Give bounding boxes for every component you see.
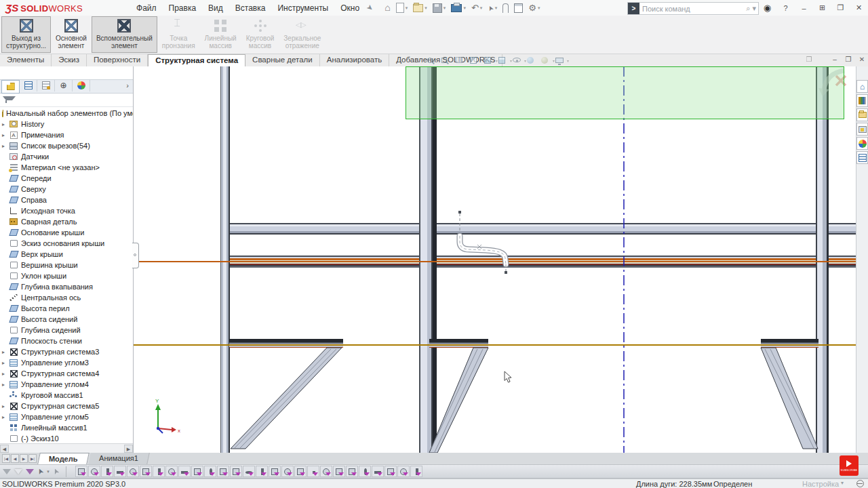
tree-item[interactable]: ▸ Сверху [0,184,133,195]
selection-filter-icon[interactable] [281,466,294,477]
expand-arrow-icon[interactable]: ▸ [2,371,9,377]
panel-splitter-handle[interactable] [132,243,139,268]
selection-filter-icon[interactable] [165,466,178,477]
quickbar-button[interactable] [449,1,468,14]
featuremanager-tab[interactable]: ⊕ [55,80,73,92]
tree-filter-row[interactable] [0,94,133,107]
ribbon-button[interactable]: Основной элемент [51,16,92,53]
tree-item[interactable]: ▸ Список вырезов(54) [0,140,133,151]
selection-filter-icon[interactable] [127,466,139,477]
selection-filter-icon[interactable] [191,466,203,477]
scroll-right-icon[interactable]: ▶ [124,445,133,453]
tree-item[interactable]: ▸ Материал <не указан> [0,162,133,173]
view-tool-icon[interactable] [555,56,565,64]
menu-item[interactable]: Файл [130,1,163,15]
tree-item[interactable]: ▸ Структурная система5 [0,401,133,411]
selection-filter-icon[interactable] [75,466,87,477]
model-tab[interactable]: Модель [37,453,89,464]
tree-item[interactable]: ▸ Эскиз основания крыши [0,238,133,249]
search-icon[interactable]: ⌕ ▾ [746,4,758,13]
tree-item[interactable]: ▸ Основание крыши [0,227,133,238]
featuremanager-tab[interactable] [73,80,90,92]
ribbon-button[interactable]: Зеркальное отражение [279,16,326,53]
task-pane-tab[interactable] [856,137,868,150]
selection-filter-icon[interactable] [140,466,152,477]
tree-root-item[interactable]: Начальный набор элементов (По умо [0,107,133,119]
task-pane-tab[interactable] [856,108,868,121]
tree-item[interactable]: ▸ Структурная система4 [0,368,133,379]
command-tab[interactable]: Поверхности [87,54,148,66]
command-tab[interactable]: Эскиз [52,54,87,66]
quickbar-button[interactable] [431,1,448,14]
featuremanager-tab[interactable] [1,80,20,94]
customize-status-caret[interactable]: ▾ [841,480,844,486]
expand-arrow-icon[interactable]: ▸ [2,360,9,366]
quickbar-button[interactable] [394,1,410,14]
tree-item[interactable]: ▸ Центральная ось [0,292,133,303]
tree-item[interactable]: ▸ Глубина вкапывания [0,281,133,292]
customize-status-label[interactable]: Настройка [802,480,839,488]
selection-filter-icon[interactable] [114,466,126,477]
tree-item[interactable]: ▸ Высота перил [0,303,133,314]
selection-filter-icon[interactable] [269,466,281,477]
help-icon[interactable]: ? [776,4,795,12]
ribbon-button[interactable]: Выход из структурно... [1,16,51,53]
selection-filter-icon[interactable] [256,466,268,477]
menu-item[interactable]: Окно [334,1,366,15]
quickbar-button[interactable] [382,1,392,14]
doc-minimize-icon[interactable]: – [831,56,839,63]
ribbon-button[interactable]: Линейный массив [200,16,241,53]
selection-filter-icon[interactable] [397,466,410,477]
expand-arrow-icon[interactable]: ▸ [2,403,9,409]
view-tool-icon[interactable] [498,56,508,64]
menu-pin-icon[interactable]: ➤ [365,3,375,14]
panel-expand-icon[interactable]: › [126,81,129,89]
quickbar-button[interactable] [526,1,542,14]
selection-filter-icon[interactable] [204,466,216,477]
tree-item[interactable]: ▸ Справа [0,195,133,205]
task-pane-tab[interactable] [856,123,868,136]
selection-filter-icon[interactable] [372,466,384,477]
toggle-filters-icon[interactable] [14,469,22,474]
expand-arrow-icon[interactable]: ▸ [2,414,9,420]
scroll-left-icon[interactable]: ◀ [0,445,9,453]
selection-filter-icon[interactable] [307,466,319,477]
view-tool-icon[interactable] [541,56,551,64]
custom-filter-icon[interactable] [26,469,34,474]
tree-item[interactable]: ▸ Управление углом3 [0,357,133,368]
tab-nav-icon[interactable]: ▶| [28,454,37,463]
selection-filter-icon[interactable] [410,466,422,477]
selection-filter-icon[interactable] [101,466,113,477]
featuremanager-tab[interactable] [20,80,37,92]
tree-item[interactable]: ▸ History [0,119,133,129]
selection-filter-icon[interactable] [178,466,191,477]
bench-brace-left[interactable] [231,348,342,449]
restore-icon[interactable]: ❐ [831,3,850,12]
selection-filter-icon[interactable] [294,466,307,477]
menu-item[interactable]: Вид [202,1,229,15]
tree-item[interactable]: ▸ Вершина крыши [0,260,133,270]
selection-filter-icon[interactable] [153,466,165,477]
selection-filter-icon[interactable] [230,466,242,477]
select-other-icon[interactable]: ➤ [51,467,62,476]
arrange-icon[interactable]: ⊞ [813,3,831,12]
globe-icon[interactable] [856,480,864,487]
view-tool-icon[interactable] [441,56,451,64]
doc-restore-icon[interactable]: ❐ [844,56,852,63]
expand-arrow-icon[interactable]: ▸ [2,382,9,388]
selection-filter-icon[interactable] [217,466,229,477]
tree-item[interactable]: ▸ (-) Эскиз10 [0,433,133,444]
tab-nav-icon[interactable]: |◀ [2,454,10,463]
graphics-viewport[interactable]: Y x [134,66,856,453]
selection-filter-icon[interactable] [320,466,332,477]
ribbon-button[interactable]: Вспомогательный элемент [92,16,157,53]
select-dropdown-caret[interactable]: ▾ [47,469,50,474]
tree-item[interactable]: ▸ Линейный массив1 [0,422,133,433]
quickbar-button[interactable] [500,1,511,14]
expand-arrow-icon[interactable]: ▸ [2,143,9,149]
tab-nav-icon[interactable]: ◀ [11,454,19,463]
view-tool-icon[interactable] [527,56,536,64]
user-account-icon[interactable]: ◉ [758,3,776,13]
tree-item[interactable]: ▸ Управление углом5 [0,411,133,422]
expand-arrow-icon[interactable]: ▸ [2,349,9,355]
